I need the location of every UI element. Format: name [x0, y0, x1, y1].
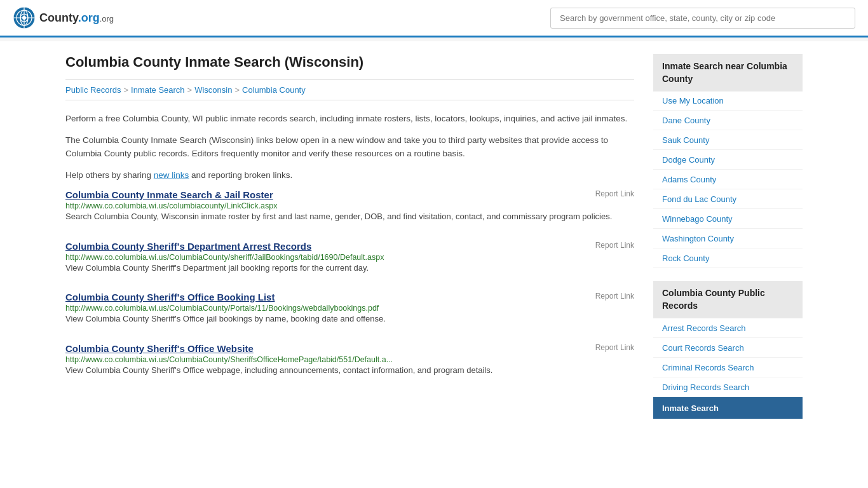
sidebar-nearby-county: Adams County	[653, 170, 803, 189]
breadcrumb: Public Records > Inmate Search > Wiscons…	[65, 79, 634, 100]
pr-item-link[interactable]: Court Records Search	[662, 343, 744, 353]
result-item: Columbia County Sheriff's Office Website…	[65, 343, 634, 377]
result-title-link[interactable]: Columbia County Sheriff's Office Booking…	[65, 292, 275, 302]
result-url[interactable]: http://www.co.columbia.wi.us/columbiacou…	[65, 201, 277, 210]
result-description: View Columbia County Sheriff's Office ja…	[65, 313, 634, 325]
result-description: View Columbia County Sheriff's Office we…	[65, 364, 634, 377]
report-link[interactable]: Report Link	[595, 189, 634, 198]
breadcrumb-sep-3: >	[234, 85, 240, 95]
sidebar-pr-item: Criminal Records Search	[653, 358, 803, 377]
sidebar-pr-item: Court Records Search	[653, 338, 803, 358]
nearby-section: Inmate Search near Columbia County Use M…	[653, 54, 803, 268]
sidebar-pr-item: Arrest Records Search	[653, 318, 803, 338]
sidebar-nearby-county: Rock County	[653, 248, 803, 268]
result-item: Columbia County Sheriff's Office Booking…	[65, 292, 634, 325]
sidebar-nearby-county: Sauk County	[653, 130, 803, 150]
pr-item-link[interactable]: Criminal Records Search	[662, 363, 754, 372]
results-container: Columbia County Inmate Search & Jail Ros…	[65, 189, 634, 376]
pr-item-link[interactable]: Arrest Records Search	[662, 323, 746, 333]
result-item: Columbia County Sheriff's Department Arr…	[65, 241, 634, 274]
new-links-link[interactable]: new links	[154, 170, 189, 180]
result-url[interactable]: http://www.co.columbia.wi.us/ColumbiaCou…	[65, 355, 393, 364]
public-records-section: Columbia County Public Records Arrest Re…	[653, 281, 803, 419]
sidebar-nearby-county: Dane County	[653, 111, 803, 130]
search-input[interactable]	[550, 8, 855, 29]
result-title-link[interactable]: Columbia County Sheriff's Department Arr…	[65, 241, 311, 252]
use-my-location[interactable]: Use My Location	[653, 92, 803, 111]
breadcrumb-public-records[interactable]: Public Records	[65, 85, 121, 95]
result-description: Search Columbia County, Wisconsin inmate…	[65, 210, 634, 223]
pr-item-link[interactable]: Driving Records Search	[662, 383, 749, 392]
sidebar-pr-item: Driving Records Search	[653, 377, 803, 397]
report-link[interactable]: Report Link	[595, 241, 634, 250]
nearby-county-link[interactable]: Adams County	[662, 175, 716, 184]
public-records-header: Columbia County Public Records	[653, 281, 803, 318]
page-title: Columbia County Inmate Search (Wisconsin…	[65, 54, 634, 71]
result-url[interactable]: http://www.co.columbia.wi.us/ColumbiaCou…	[65, 253, 384, 262]
report-link[interactable]: Report Link	[595, 343, 634, 352]
report-link[interactable]: Report Link	[595, 292, 634, 301]
sidebar-nearby-county: Washington County	[653, 229, 803, 248]
main-container: Columbia County Inmate Search (Wisconsin…	[53, 41, 815, 445]
nearby-county-link[interactable]: Dane County	[662, 116, 710, 125]
breadcrumb-sep-2: >	[187, 85, 193, 95]
breadcrumb-inmate-search[interactable]: Inmate Search	[131, 85, 185, 95]
description-3: Help others by sharing new links and rep…	[65, 168, 634, 182]
nearby-county-link[interactable]: Washington County	[662, 234, 734, 243]
nearby-county-link[interactable]: Sauk County	[662, 135, 709, 145]
breadcrumb-sep-1: >	[123, 85, 128, 95]
sidebar: Inmate Search near Columbia County Use M…	[653, 54, 803, 432]
nearby-counties-container: Dane CountySauk CountyDodge CountyAdams …	[653, 111, 803, 268]
sidebar-nearby-county: Winnebago County	[653, 209, 803, 229]
sidebar-nearby-county: Fond du Lac County	[653, 189, 803, 209]
sidebar-nearby-county: Dodge County	[653, 150, 803, 170]
desc3-before: Help others by sharing	[65, 170, 154, 180]
result-title-link[interactable]: Columbia County Sheriff's Office Website	[65, 343, 254, 354]
nearby-county-link[interactable]: Fond du Lac County	[662, 194, 736, 204]
breadcrumb-wisconsin[interactable]: Wisconsin	[194, 85, 232, 95]
description-2: The Columbia County Inmate Search (Wisco…	[65, 133, 634, 161]
nearby-county-link[interactable]: Dodge County	[662, 155, 715, 165]
logo-icon	[13, 6, 36, 29]
result-title-link[interactable]: Columbia County Inmate Search & Jail Ros…	[65, 189, 273, 200]
nearby-county-link[interactable]: Rock County	[662, 254, 709, 263]
header: County.org.org	[0, 0, 868, 37]
result-item: Columbia County Inmate Search & Jail Ros…	[65, 189, 634, 223]
nearby-header: Inmate Search near Columbia County	[653, 54, 803, 92]
svg-point-6	[22, 16, 26, 20]
content-area: Columbia County Inmate Search (Wisconsin…	[65, 54, 634, 432]
nearby-county-link[interactable]: Winnebago County	[662, 214, 733, 224]
pr-item-link[interactable]: Inmate Search	[662, 403, 719, 413]
logo-area: County.org.org	[13, 6, 114, 29]
result-url[interactable]: http://www.co.columbia.wi.us/ColumbiaCou…	[65, 304, 379, 313]
description-1: Perform a free Columbia County, WI publi…	[65, 112, 634, 126]
public-records-container: Arrest Records SearchCourt Records Searc…	[653, 318, 803, 419]
logo-text: County.org.org	[39, 11, 114, 25]
result-description: View Columbia County Sheriff's Departmen…	[65, 262, 634, 274]
breadcrumb-columbia-county[interactable]: Columbia County	[242, 85, 306, 95]
sidebar-pr-item-active[interactable]: Inmate Search	[653, 397, 803, 419]
desc3-after: and reporting broken links.	[189, 170, 292, 180]
